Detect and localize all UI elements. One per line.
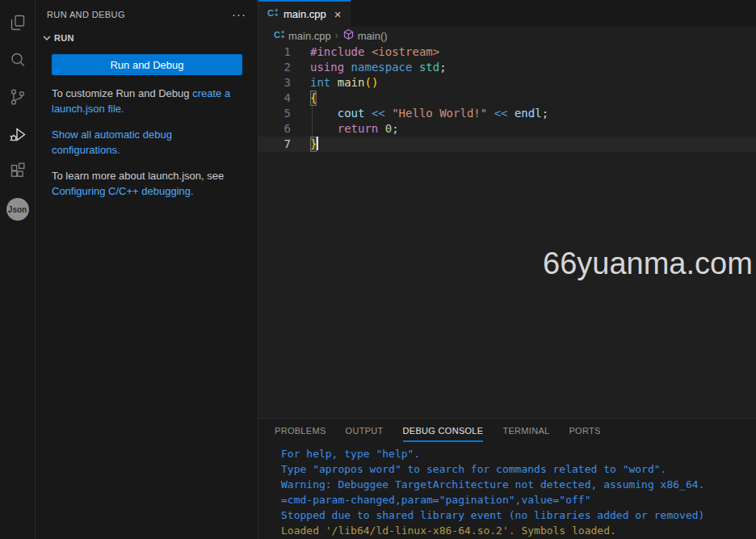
indent-guide bbox=[312, 106, 313, 137]
bottom-panel: PROBLEMSOUTPUTDEBUG CONSOLETERMINALPORTS… bbox=[258, 418, 756, 539]
run-and-debug-button[interactable]: Run and Debug bbox=[52, 54, 242, 75]
sidebar-header: RUN AND DEBUG ··· bbox=[36, 0, 258, 28]
console-line: Warning: Debuggee TargetArchitecture not… bbox=[281, 477, 756, 492]
line-number[interactable]: 6 bbox=[258, 121, 310, 137]
cpp-file-icon: C bbox=[273, 28, 285, 43]
close-icon[interactable]: × bbox=[334, 8, 342, 20]
panel-tab-output[interactable]: OUTPUT bbox=[346, 419, 384, 442]
debug-console-output[interactable]: For help, type "help".Type "apropos word… bbox=[258, 442, 756, 538]
tab-main-cpp[interactable]: C main.cpp × bbox=[258, 0, 351, 27]
learn-more-text: To learn more about launch.json, see Con… bbox=[52, 168, 242, 199]
show-debug-configurations-link[interactable]: Show all automatic debug configurations. bbox=[52, 128, 172, 156]
symbol-cube-icon bbox=[342, 28, 355, 43]
watermark: 66yuanma.com bbox=[543, 246, 753, 281]
extensions-icon[interactable] bbox=[0, 153, 36, 190]
console-line: Loaded '/lib64/ld-linux-x86-64.so.2'. Sy… bbox=[281, 523, 756, 538]
svg-text:C: C bbox=[267, 8, 274, 18]
source-control-icon[interactable] bbox=[0, 78, 36, 116]
line-number[interactable]: 7 bbox=[258, 137, 310, 152]
breadcrumb-symbol[interactable]: main() bbox=[342, 28, 388, 43]
breadcrumb-file[interactable]: C main.cpp bbox=[273, 28, 331, 43]
learn-more-prefix: To learn more about launch.json, see bbox=[52, 170, 224, 182]
editor-group: C main.cpp × C main.cpp › main() 1#inclu… bbox=[258, 0, 756, 418]
code-line-7[interactable]: 7} bbox=[258, 137, 756, 152]
search-icon[interactable] bbox=[0, 41, 36, 78]
panel-tab-ports[interactable]: PORTS bbox=[569, 419, 600, 442]
tab-label: main.cpp bbox=[284, 8, 326, 20]
panel-tab-debug-console[interactable]: DEBUG CONSOLE bbox=[403, 419, 484, 442]
console-line: =cmd-param-changed,param="pagination",va… bbox=[281, 492, 756, 507]
line-number[interactable]: 4 bbox=[258, 91, 310, 106]
run-and-debug-sidebar: RUN AND DEBUG ··· RUN Run and Debug To c… bbox=[36, 0, 258, 539]
breadcrumb-separator: › bbox=[335, 30, 338, 41]
activity-bar: Json bbox=[0, 0, 36, 539]
code-editor[interactable]: 1#include <iostream>2using namespace std… bbox=[258, 44, 756, 152]
vscode-window: Json RUN AND DEBUG ··· RUN Run and Debug… bbox=[0, 0, 756, 539]
configuring-cpp-debugging-link[interactable]: Configuring C/C++ debugging. bbox=[52, 185, 194, 197]
text-cursor bbox=[317, 137, 318, 150]
console-line: Stopped due to shared library event (no … bbox=[281, 507, 756, 523]
console-line: Type "apropos word" to search for comman… bbox=[281, 461, 756, 477]
line-number[interactable]: 2 bbox=[258, 60, 310, 75]
customize-hint-text: To customize Run and Debug create a laun… bbox=[52, 86, 242, 116]
code-line-1[interactable]: 1#include <iostream> bbox=[258, 44, 756, 60]
code-line-2[interactable]: 2using namespace std; bbox=[258, 60, 756, 75]
breadcrumb: C main.cpp › main() bbox=[258, 27, 756, 44]
ellipsis-icon[interactable]: ··· bbox=[232, 11, 246, 19]
customize-hint-prefix: To customize Run and Debug bbox=[52, 87, 192, 99]
run-section-label: RUN bbox=[54, 33, 74, 43]
sidebar-title: RUN AND DEBUG bbox=[47, 10, 232, 19]
breadcrumb-symbol-label: main() bbox=[358, 30, 388, 42]
panel-tab-bar: PROBLEMSOUTPUTDEBUG CONSOLETERMINALPORTS bbox=[258, 419, 756, 442]
breadcrumb-file-label: main.cpp bbox=[288, 30, 331, 42]
code-line-6[interactable]: 6 return 0; bbox=[258, 121, 756, 137]
line-number[interactable]: 1 bbox=[258, 44, 310, 60]
code-line-5[interactable]: 5 cout << "Hello World!" << endl; bbox=[258, 106, 756, 121]
line-number[interactable]: 5 bbox=[258, 106, 310, 121]
json-avatar[interactable]: Json bbox=[6, 198, 29, 221]
panel-tab-problems[interactable]: PROBLEMS bbox=[275, 419, 326, 442]
cpp-file-icon: C bbox=[267, 6, 279, 22]
chevron-down-icon bbox=[42, 33, 52, 43]
console-line: For help, type "help". bbox=[281, 446, 756, 461]
panel-tab-terminal[interactable]: TERMINAL bbox=[502, 419, 549, 442]
code-line-3[interactable]: 3int main() bbox=[258, 75, 756, 91]
code-line-4[interactable]: 4{ bbox=[258, 91, 756, 106]
run-section-header[interactable]: RUN bbox=[36, 28, 258, 48]
svg-text:C: C bbox=[274, 30, 280, 40]
explorer-icon[interactable] bbox=[0, 4, 36, 41]
tab-bar: C main.cpp × bbox=[258, 0, 756, 27]
line-number[interactable]: 3 bbox=[258, 75, 310, 91]
run-and-debug-icon[interactable] bbox=[0, 116, 36, 153]
